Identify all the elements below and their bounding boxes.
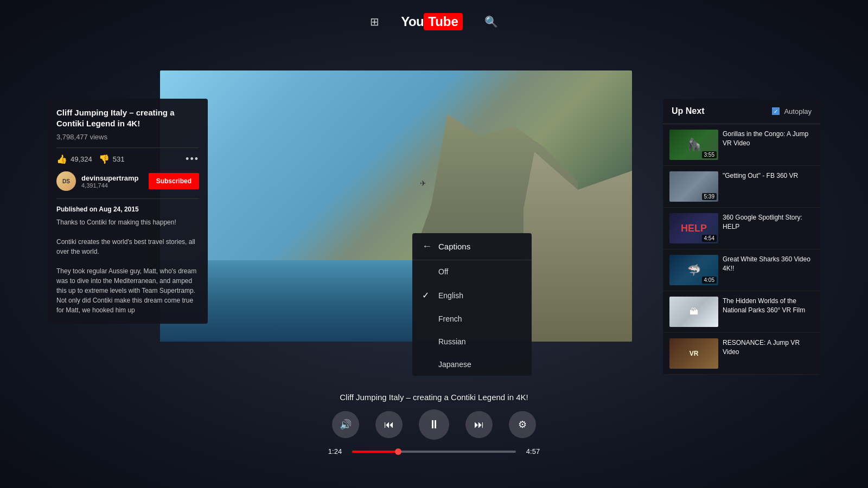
total-time: 4:57 (524, 447, 542, 455)
progress-fill (352, 451, 398, 453)
thumb-duration: 3:55 (702, 151, 717, 158)
video-title: Great White Sharks 360 Video 4K!! (723, 255, 814, 273)
check-english: ✓ (422, 290, 431, 300)
youtube-logo: YouTube (401, 13, 463, 30)
thumbs-up-icon: 👍 (56, 154, 67, 164)
thumb-duration: 4:05 (702, 277, 717, 284)
thumb-duration: 5:39 (702, 193, 717, 200)
list-item[interactable]: 3:55 Gorillas in the Congo: A Jump VR Vi… (663, 124, 820, 166)
next-button[interactable]: ⏭ (465, 411, 493, 438)
list-item[interactable]: 5:39 "Getting Out" - FB 360 VR (663, 166, 820, 208)
up-next-panel: Up Next ✓ Autoplay 3:55 Gorillas in the … (663, 99, 820, 375)
playback-controls: 🔊 ⏮ ⏸ ⏭ ⚙ (332, 409, 536, 440)
caption-label-russian: Russian (438, 337, 466, 346)
grid-icon[interactable]: ⊞ (370, 15, 379, 28)
thumbnail: VR (669, 338, 718, 369)
up-next-title: Up Next (672, 106, 704, 116)
description-text-1: Thanks to Contiki for making this happen… (56, 217, 199, 227)
thumbnail: HELP 4:54 (669, 213, 718, 243)
dislike-count: 531 (113, 155, 125, 163)
video-player[interactable]: ✈ (160, 70, 632, 342)
info-panel-title: Cliff Jumping Italy – creating a Contiki… (56, 107, 199, 129)
caption-option-japanese[interactable]: Japanese (412, 353, 532, 376)
subscriber-count: 4,391,744 (81, 182, 143, 189)
video-info: Gorillas in the Congo: A Jump VR Video (723, 130, 814, 160)
autoplay-row[interactable]: ✓ Autoplay (772, 107, 812, 115)
thumbnail: 🏔 (669, 297, 718, 327)
thumbnail: 3:55 (669, 130, 718, 160)
thumbnail: 5:39 (669, 171, 718, 202)
list-item[interactable]: HELP 4:54 360 Google Spotlight Story: HE… (663, 208, 820, 249)
caption-label-off: Off (438, 267, 448, 276)
caption-option-english[interactable]: ✓ English (412, 283, 532, 307)
dislike-button[interactable]: 👎 531 (99, 154, 125, 164)
channel-avatar: DS (56, 171, 76, 191)
like-count: 49,324 (71, 155, 92, 163)
more-options-button[interactable]: ••• (186, 153, 199, 165)
description-text-3: They took regular Aussie guy, Matt, who'… (56, 266, 199, 315)
video-info: The Hidden Worlds of the National Parks … (723, 297, 814, 327)
progress-bar[interactable] (352, 451, 516, 453)
caption-label-french: French (438, 314, 462, 323)
captions-title: Captions (438, 242, 470, 251)
view-count: 3,798,477 views (56, 133, 199, 141)
actions-row: 👍 49,324 👎 531 ••• (56, 153, 199, 165)
video-title: Gorillas in the Congo: A Jump VR Video (723, 130, 814, 148)
previous-button[interactable]: ⏮ (375, 411, 403, 438)
thumbs-down-icon: 👎 (99, 154, 110, 164)
progress-row: 1:24 4:57 (326, 447, 542, 455)
controls-bar: Cliff Jumping Italy – creating a Contiki… (0, 393, 868, 455)
channel-row: DS devinsupertramp 4,391,744 Subscribed (56, 171, 199, 191)
thumb-national: 🏔 (669, 297, 718, 327)
captions-back-button[interactable]: ← (422, 241, 432, 252)
video-title: "Getting Out" - FB 360 VR (723, 171, 814, 181)
description-section: Published on Aug 24, 2015 Thanks to Cont… (56, 198, 199, 315)
settings-button[interactable]: ⚙ (509, 411, 536, 438)
caption-label-japanese: Japanese (438, 360, 471, 369)
caption-option-off[interactable]: Off (412, 260, 532, 283)
list-item[interactable]: VR RESONANCE: A Jump VR Video (663, 333, 820, 375)
avatar-initials: DS (62, 178, 70, 184)
top-bar: ⊞ YouTube 🔍 (0, 0, 868, 43)
progress-thumb (395, 448, 401, 455)
captions-header: ← Captions (412, 233, 532, 260)
channel-info: devinsupertramp 4,391,744 (81, 174, 143, 189)
video-info: RESONANCE: A Jump VR Video (723, 338, 814, 369)
video-info: 360 Google Spotlight Story: HELP (723, 213, 814, 243)
volume-button[interactable]: 🔊 (332, 411, 359, 438)
thumb-duration: 4:54 (702, 235, 717, 242)
thumb-resonance: VR (669, 338, 718, 369)
current-time: 1:24 (326, 447, 344, 455)
search-icon[interactable]: 🔍 (484, 15, 498, 28)
thumbnail: 🦈 4:05 (669, 255, 718, 285)
video-title: The Hidden Worlds of the National Parks … (723, 297, 814, 315)
channel-name[interactable]: devinsupertramp (81, 174, 143, 182)
now-playing-label: Cliff Jumping Italy – creating a Contiki… (340, 393, 528, 402)
published-date: Published on Aug 24, 2015 (56, 206, 199, 213)
video-info: Great White Sharks 360 Video 4K!! (723, 255, 814, 285)
list-item[interactable]: 🦈 4:05 Great White Sharks 360 Video 4K!! (663, 249, 820, 291)
list-item[interactable]: 🏔 The Hidden Worlds of the National Park… (663, 291, 820, 333)
drone-object: ✈ (420, 179, 426, 188)
captions-menu: ← Captions Off ✓ English French Russian … (412, 233, 532, 376)
cliff-far-right (524, 152, 632, 342)
caption-label-english: English (438, 291, 463, 300)
subscribe-button[interactable]: Subscribed (149, 173, 199, 189)
caption-option-russian[interactable]: Russian (412, 330, 532, 353)
logo-tube: Tube (424, 13, 463, 30)
checkbox-check: ✓ (774, 108, 778, 114)
video-frame: ✈ (160, 70, 632, 342)
video-title: RESONANCE: A Jump VR Video (723, 338, 814, 357)
caption-option-french[interactable]: French (412, 307, 532, 330)
like-button[interactable]: 👍 49,324 (56, 154, 92, 164)
description-text-2: Contiki creates the world's best travel … (56, 237, 199, 256)
play-pause-button[interactable]: ⏸ (419, 409, 449, 440)
video-title: 360 Google Spotlight Story: HELP (723, 213, 814, 232)
video-info: "Getting Out" - FB 360 VR (723, 171, 814, 202)
logo-you: You (401, 14, 424, 29)
info-panel: Cliff Jumping Italy – creating a Contiki… (48, 99, 208, 324)
autoplay-label: Autoplay (784, 107, 812, 115)
divider-1 (56, 147, 199, 148)
up-next-header: Up Next ✓ Autoplay (663, 99, 820, 124)
autoplay-checkbox[interactable]: ✓ (772, 107, 780, 115)
